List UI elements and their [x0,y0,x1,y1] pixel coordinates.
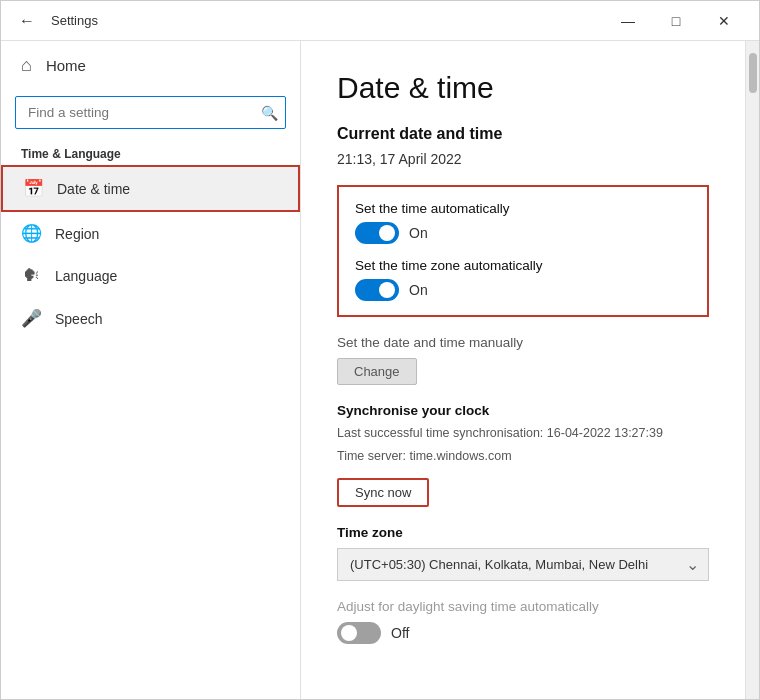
sidebar-item-speech[interactable]: 🎤 Speech [1,297,300,340]
daylight-toggle[interactable] [337,622,381,644]
current-time-value: 21:13, 17 April 2022 [337,151,709,167]
auto-time-toggle[interactable] [355,222,399,244]
main-content: Date & time Current date and time 21:13,… [301,41,745,699]
auto-time-knob [379,225,395,241]
sidebar-item-language[interactable]: 🗣 Language [1,255,300,297]
change-button[interactable]: Change [337,358,417,385]
daylight-toggle-label: Off [391,625,409,641]
auto-timezone-toggle[interactable] [355,279,399,301]
auto-time-row: Set the time automatically On [355,201,691,244]
auto-timezone-row: Set the time zone automatically On [355,258,691,301]
sidebar-item-date-time[interactable]: 📅 Date & time [1,165,300,212]
minimize-button[interactable]: — [605,6,651,36]
search-input[interactable] [15,96,286,129]
home-icon: ⌂ [21,55,32,76]
current-section-title: Current date and time [337,125,709,143]
maximize-button[interactable]: □ [653,6,699,36]
sidebar: ⌂ Home 🔍 Time & Language 📅 Date & time 🌐… [1,41,301,699]
timezone-select[interactable]: (UTC+05:30) Chennai, Kolkata, Mumbai, Ne… [337,548,709,581]
scrollbar-thumb[interactable] [749,53,757,93]
sync-now-button[interactable]: Sync now [337,478,429,507]
timezone-wrapper: (UTC+05:30) Chennai, Kolkata, Mumbai, Ne… [337,548,709,581]
sidebar-item-home[interactable]: ⌂ Home [1,41,300,90]
title-bar-controls: — □ ✕ [605,6,747,36]
sidebar-item-date-time-label: Date & time [57,181,130,197]
content-area: ⌂ Home 🔍 Time & Language 📅 Date & time 🌐… [1,41,759,699]
speech-icon: 🎤 [21,308,41,329]
sync-info-line1: Last successful time synchronisation: 16… [337,424,709,443]
sync-info-line2: Time server: time.windows.com [337,447,709,466]
search-icon: 🔍 [261,105,278,121]
daylight-toggle-row: Off [337,622,709,644]
language-icon: 🗣 [21,266,41,286]
auto-time-toggle-label: On [409,225,428,241]
auto-timezone-toggle-label: On [409,282,428,298]
sync-title: Synchronise your clock [337,403,709,418]
daylight-section: Adjust for daylight saving time automati… [337,599,709,644]
auto-timezone-label: Set the time zone automatically [355,258,691,273]
home-label: Home [46,57,86,74]
timezone-section: Time zone (UTC+05:30) Chennai, Kolkata, … [337,525,709,581]
date-time-icon: 📅 [23,178,43,199]
settings-window: ← Settings — □ ✕ ⌂ Home 🔍 Time & Languag… [0,0,760,700]
sidebar-item-region-label: Region [55,226,99,242]
sidebar-item-speech-label: Speech [55,311,102,327]
back-button[interactable]: ← [13,10,41,32]
page-title: Date & time [337,71,709,105]
auto-timezone-toggle-row: On [355,279,691,301]
manual-title: Set the date and time manually [337,335,709,350]
daylight-title: Adjust for daylight saving time automati… [337,599,709,614]
close-button[interactable]: ✕ [701,6,747,36]
window-title: Settings [51,13,98,28]
manual-section: Set the date and time manually Change [337,335,709,385]
scrollbar-track[interactable] [745,41,759,699]
daylight-knob [341,625,357,641]
sidebar-category-label: Time & Language [1,141,300,165]
title-bar: ← Settings — □ ✕ [1,1,759,41]
auto-time-toggle-row: On [355,222,691,244]
sync-section: Synchronise your clock Last successful t… [337,403,709,507]
search-box-container: 🔍 [15,96,286,129]
auto-settings-box: Set the time automatically On Set the ti… [337,185,709,317]
title-bar-left: ← Settings [13,10,98,32]
auto-timezone-knob [379,282,395,298]
sidebar-item-region[interactable]: 🌐 Region [1,212,300,255]
region-icon: 🌐 [21,223,41,244]
auto-time-label: Set the time automatically [355,201,691,216]
sidebar-item-language-label: Language [55,268,117,284]
timezone-title: Time zone [337,525,709,540]
